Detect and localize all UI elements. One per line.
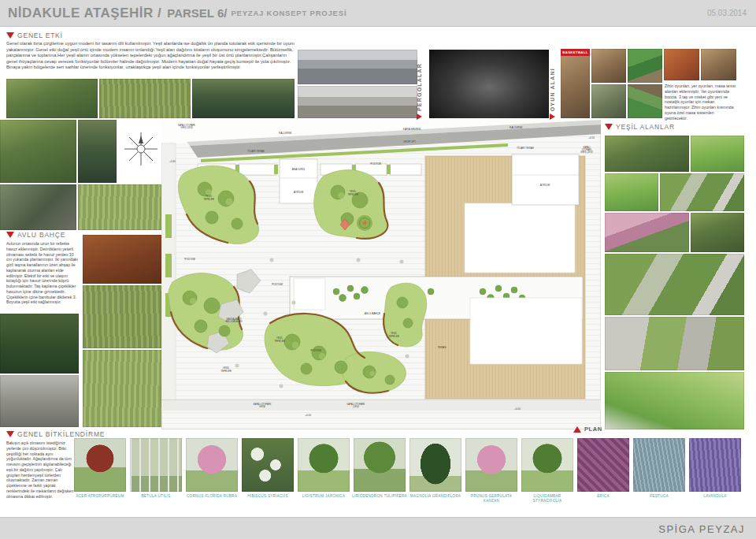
plant-card: MAGNOLIA GRANDIFLORA [408, 438, 463, 499]
plant-palette: ACER ATROPURPUREUMBETULA UTILISCORNUS FL… [0, 0, 756, 539]
plant-card: BETULA UTILIS [128, 438, 183, 499]
plant-photo [242, 438, 294, 492]
plant-photo [186, 438, 238, 492]
plant-label: MAGNOLIA GRANDIFLORA [408, 494, 463, 499]
plant-photo [354, 438, 406, 492]
presentation-board: NİDAKULE ATAŞEHİR / PARSEL 6/ PEYZAJ KON… [0, 0, 756, 539]
basketball-banner: BASKETBALL [561, 49, 590, 56]
plant-card: LIRIODENDRON TULIPIFERA [352, 438, 407, 499]
plant-label: HIBISCUS SYRIACUS [240, 494, 295, 499]
plant-label: LIRIODENDRON TULIPIFERA [352, 494, 407, 499]
plant-photo [577, 438, 629, 492]
plant-label: LIGISTRUM JAPONICA [296, 494, 351, 499]
plant-photo [130, 438, 182, 492]
plant-photo [521, 438, 573, 492]
plant-photo [689, 438, 741, 492]
plant-label: ACER ATROPURPUREUM [72, 494, 128, 499]
plant-label: FESTUCA [632, 494, 687, 499]
plant-label: LIQUIDAMBAR STYRACIFOLIA [520, 494, 575, 503]
plant-card: CORNUS FLORIDA RUBRA [184, 438, 239, 499]
footer-bar: SPİGA PEYZAJ [0, 517, 756, 539]
plant-card: LIGISTRUM JAPONICA [296, 438, 351, 499]
plant-card: ERICA [576, 438, 631, 499]
plant-label: CORNUS FLORIDA RUBRA [184, 494, 239, 499]
plant-photo [74, 438, 126, 492]
plant-card: HIBISCUS SYRIACUS [240, 438, 295, 499]
plant-photo [410, 438, 461, 492]
plant-card: FESTUCA [632, 438, 687, 499]
plant-label: PRUNUS SERRULATA KANZAN [464, 494, 519, 503]
plant-label: BETULA UTILIS [128, 494, 183, 499]
plant-photo [465, 438, 517, 492]
plant-label: ERICA [576, 494, 631, 499]
firm-name: SPİGA PEYZAJ [658, 523, 745, 535]
plant-card: PRUNUS SERRULATA KANZAN [464, 438, 519, 503]
plant-card: LAVANDULA [687, 438, 743, 499]
plant-label: LAVANDULA [687, 494, 743, 499]
plant-card: LIQUIDAMBAR STYRACIFOLIA [520, 438, 575, 503]
plant-photo [633, 438, 685, 492]
plant-card: ACER ATROPURPUREUM [72, 438, 128, 499]
plant-photo [298, 438, 350, 492]
